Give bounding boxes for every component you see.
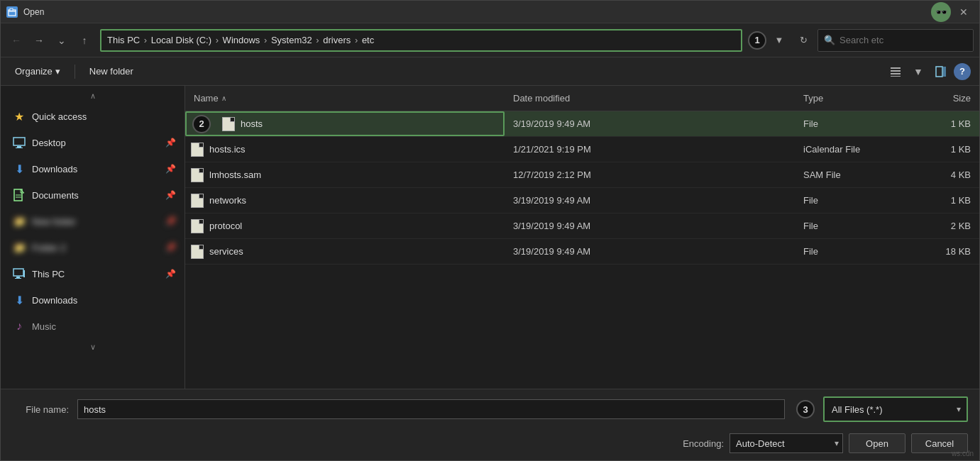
svg-rect-8 — [13, 138, 25, 145]
file-date: 3/19/2019 9:49 AM — [505, 195, 795, 206]
pin-icon: 📌 — [165, 138, 176, 148]
column-size[interactable]: Size — [908, 93, 979, 104]
file-name: services — [209, 246, 243, 257]
badge-1: 1 — [748, 31, 766, 50]
file-icon — [222, 117, 235, 131]
folder2-icon: 📁 — [12, 240, 26, 255]
sidebar-item-downloads[interactable]: ⬇ Downloads 📌 — [4, 156, 182, 182]
close-button[interactable]: ✕ — [954, 2, 974, 22]
filename-row: File name: 3 All Files (*.*) — [12, 396, 968, 422]
refresh-button[interactable]: ↻ — [792, 29, 815, 52]
sidebar-item-music[interactable]: ♪ Music — [4, 313, 182, 339]
table-row[interactable]: lmhosts.sam 12/7/2019 2:12 PM SAM File 4… — [185, 162, 979, 188]
view-dropdown-button[interactable]: ▼ — [908, 62, 928, 82]
svg-rect-15 — [16, 277, 20, 278]
sidebar: ∧ ★ Quick access Desktop 📌 ⬇ Downloads 📌 — [1, 86, 185, 389]
search-input[interactable] — [839, 35, 946, 45]
file-size: 1 KB — [908, 118, 979, 129]
sidebar-item-folder2[interactable]: 📁 Folder 2 📌 — [4, 235, 182, 260]
sidebar-item-downloads2[interactable]: ⬇ Downloads — [4, 287, 182, 313]
sidebar-scroll-down[interactable]: ∨ — [1, 340, 185, 354]
bottom-bar: File name: 3 All Files (*.*) Encoding: A… — [1, 389, 979, 460]
file-date: 3/19/2019 9:49 AM — [505, 246, 795, 257]
file-type: File — [795, 221, 908, 231]
filetype-select-wrapper: All Files (*.*) — [823, 396, 968, 422]
preview-button[interactable] — [931, 62, 951, 82]
user-avatar: 🕶️ — [931, 2, 951, 22]
help-button[interactable]: ? — [954, 63, 971, 80]
sidebar-item-label: New folder — [32, 216, 160, 227]
sidebar-item-quick-access[interactable]: ★ Quick access — [4, 104, 182, 129]
table-row[interactable]: protocol 3/19/2019 9:49 AM File 2 KB — [185, 213, 979, 239]
back-button[interactable]: ← — [6, 30, 26, 50]
sidebar-item-new-folder[interactable]: 📁 New folder 📌 — [4, 209, 182, 234]
column-type[interactable]: Type — [795, 93, 908, 104]
filename-input[interactable] — [77, 399, 785, 419]
search-box[interactable]: 🔍 — [817, 29, 974, 52]
encoding-select-wrapper: Auto-Detect — [730, 433, 843, 453]
pin-icon: 📌 — [165, 164, 176, 174]
navigation-bar: ← → ⌄ ↑ This PC › Local Disk (C:) › Wind… — [1, 23, 979, 57]
dialog-icon — [6, 6, 18, 18]
new-folder-button[interactable]: New folder — [84, 63, 139, 79]
file-icon — [191, 245, 204, 259]
file-size: 4 KB — [908, 170, 979, 180]
forward-button[interactable]: → — [29, 30, 49, 50]
encoding-label: Encoding: — [683, 438, 724, 449]
file-name-cell: lmhosts.sam — [185, 162, 505, 187]
pin-icon: 📌 — [165, 243, 176, 252]
file-name: hosts — [241, 118, 263, 129]
path-dropdown[interactable]: ▼ — [769, 30, 789, 50]
table-row[interactable]: networks 3/19/2019 9:49 AM File 1 KB — [185, 188, 979, 213]
svg-rect-1 — [10, 9, 13, 11]
dropdown-button[interactable]: ⌄ — [52, 30, 72, 50]
file-type: SAM File — [795, 170, 908, 180]
column-date[interactable]: Date modified — [505, 93, 795, 104]
breadcrumb-path: This PC › Local Disk (C:) › Windows › Sy… — [107, 35, 374, 45]
up-button[interactable]: ↑ — [75, 30, 94, 50]
file-type: File — [795, 246, 908, 257]
svg-rect-6 — [936, 67, 942, 77]
sidebar-item-documents[interactable]: Documents 📌 — [4, 182, 182, 208]
toolbar-right: ▼ ? — [886, 62, 971, 82]
new-folder-icon: 📁 — [12, 214, 26, 228]
table-row[interactable]: 2 hosts 3/19/2019 9:49 AM File 1 KB — [185, 111, 979, 137]
documents-icon — [12, 188, 26, 202]
file-size: 2 KB — [908, 221, 979, 231]
file-name-cell: hosts.ics — [185, 137, 505, 162]
file-icon — [191, 143, 204, 157]
file-name: networks — [209, 195, 246, 206]
list-view-button[interactable] — [886, 62, 905, 82]
sidebar-item-label: Downloads — [32, 164, 160, 174]
desktop-icon — [12, 135, 26, 150]
table-row[interactable]: hosts.ics 1/21/2021 9:19 PM iCalendar Fi… — [185, 137, 979, 162]
file-size: 18 KB — [908, 246, 979, 257]
sidebar-item-label: This PC — [32, 269, 160, 279]
open-button[interactable]: Open — [849, 433, 905, 453]
file-size: 1 KB — [908, 144, 979, 155]
toolbar: Organize ▾ New folder ▼ ? — [1, 57, 979, 86]
sidebar-item-label: Downloads — [32, 295, 176, 306]
encoding-select[interactable]: Auto-Detect — [730, 433, 843, 453]
svg-rect-17 — [23, 270, 25, 277]
badge-3: 3 — [796, 400, 815, 418]
organize-button[interactable]: Organize ▾ — [9, 63, 66, 79]
sort-indicator: ∧ — [221, 94, 226, 102]
sidebar-item-this-pc[interactable]: This PC 📌 — [4, 261, 182, 287]
sidebar-item-desktop[interactable]: Desktop 📌 — [4, 130, 182, 155]
table-row[interactable]: services 3/19/2019 9:49 AM File 18 KB — [185, 239, 979, 265]
column-name[interactable]: Name ∧ — [185, 93, 505, 104]
file-area: Name ∧ Date modified Type Size — [185, 86, 979, 389]
svg-rect-5 — [891, 76, 901, 77]
file-name: hosts.ics — [209, 144, 246, 155]
breadcrumb-container[interactable]: This PC › Local Disk (C:) › Windows › Sy… — [100, 29, 742, 52]
sidebar-scroll-up[interactable]: ∧ — [1, 89, 185, 103]
file-date: 3/19/2019 9:49 AM — [505, 118, 795, 129]
music-icon: ♪ — [12, 319, 26, 333]
filetype-select[interactable]: All Files (*.*) — [825, 398, 967, 421]
downloads-icon: ⬇ — [12, 162, 26, 176]
toolbar-separator — [75, 65, 75, 79]
file-name-label: File name: — [12, 404, 69, 415]
title-bar: Open 🕶️ ✕ — [1, 1, 979, 23]
file-size: 1 KB — [908, 195, 979, 206]
